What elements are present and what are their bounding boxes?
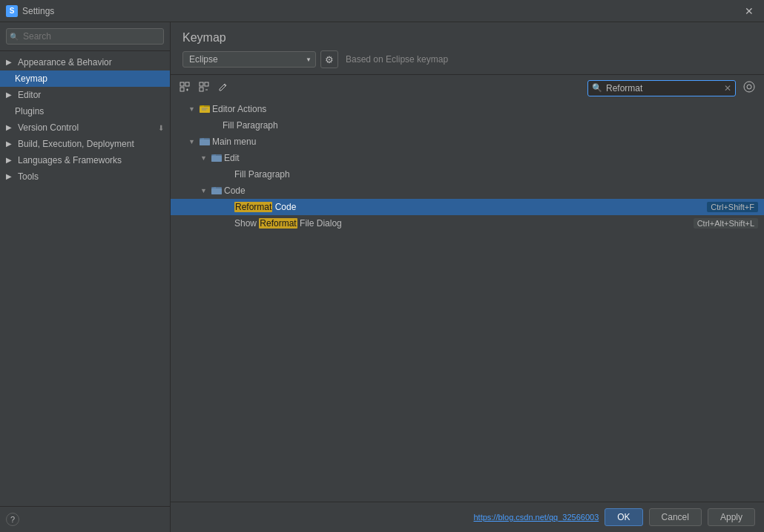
svg-rect-17 bbox=[200, 139, 210, 145]
sidebar-item-label: Version Control bbox=[18, 122, 79, 133]
sidebar-item-label: Keymap bbox=[15, 73, 47, 84]
svg-rect-21 bbox=[211, 188, 222, 194]
tree-row-code-group[interactable]: ▼ Code bbox=[171, 183, 764, 199]
content-area: Keymap Eclipse Default Emacs ⚙ Based on … bbox=[171, 22, 764, 532]
tree-arrow-icon: ▼ bbox=[200, 154, 211, 162]
arrow-icon: ▶ bbox=[6, 172, 15, 181]
tree-row-fill-paragraph-1[interactable]: Fill Paragraph bbox=[171, 117, 764, 134]
title-bar: S Settings ✕ bbox=[0, 0, 764, 22]
tree-row-show-reformat-dialog[interactable]: Show Reformat File Dialog Ctrl+Alt+Shift… bbox=[171, 215, 764, 231]
folder-icon bbox=[211, 185, 224, 197]
ok-button[interactable]: OK bbox=[605, 508, 642, 526]
based-on-text: Based on Eclipse keymap bbox=[346, 54, 448, 65]
expand-all-button[interactable] bbox=[177, 80, 193, 96]
close-button[interactable]: ✕ bbox=[740, 4, 758, 19]
tree-label: Reformat Code bbox=[234, 202, 701, 212]
svg-rect-7 bbox=[200, 88, 203, 91]
sidebar-item-editor[interactable]: ▶ Editor bbox=[0, 87, 170, 103]
sidebar-item-label: Plugins bbox=[15, 106, 44, 116]
sidebar-item-label: Appearance & Behavior bbox=[18, 57, 112, 68]
search-match-case-button[interactable] bbox=[740, 79, 758, 96]
tree-label: Show Reformat File Dialog bbox=[234, 218, 688, 229]
sidebar-search-input[interactable] bbox=[6, 28, 164, 45]
tree-row-edit-group[interactable]: ▼ Edit bbox=[171, 150, 764, 166]
sidebar-item-keymap[interactable]: Keymap bbox=[0, 70, 170, 87]
app-icon: S bbox=[6, 5, 18, 17]
dialog-footer: https://blog.csdn.net/qq_32566003 OK Can… bbox=[171, 502, 764, 532]
keymap-controls: Eclipse Default Emacs ⚙ Based on Eclipse… bbox=[182, 50, 752, 68]
svg-rect-1 bbox=[185, 82, 189, 86]
sidebar-item-label: Editor bbox=[18, 90, 41, 100]
edit-button[interactable] bbox=[215, 80, 231, 96]
tree-label: Fill Paragraph bbox=[223, 120, 758, 131]
sidebar-item-version-control[interactable]: ▶ Version Control ⬇ bbox=[0, 119, 170, 136]
help-button[interactable]: ? bbox=[6, 513, 19, 526]
folder-icon bbox=[211, 152, 224, 165]
search-wrap: 🔍 ✕ bbox=[587, 80, 736, 96]
vc-badge: ⬇ bbox=[158, 124, 164, 132]
sidebar-search-area bbox=[0, 22, 170, 51]
sidebar-search-wrap bbox=[6, 28, 164, 45]
keymap-toolbar: 🔍 ✕ bbox=[171, 75, 764, 101]
svg-rect-2 bbox=[180, 88, 184, 91]
edit-icon bbox=[218, 82, 228, 92]
tree-arrow-icon: ▼ bbox=[188, 105, 199, 113]
arrow-icon: ▶ bbox=[6, 139, 15, 148]
page-title: Keymap bbox=[182, 31, 752, 45]
sidebar-tree: ▶ Appearance & Behavior Keymap ▶ Editor … bbox=[0, 51, 170, 506]
search-clear-button[interactable]: ✕ bbox=[724, 83, 731, 93]
sidebar-item-appearance[interactable]: ▶ Appearance & Behavior bbox=[0, 54, 170, 70]
sidebar-bottom: ? bbox=[0, 506, 170, 532]
content-header: Keymap Eclipse Default Emacs ⚙ Based on … bbox=[171, 22, 764, 75]
tree-row-main-menu[interactable]: ▼ Main menu bbox=[171, 134, 764, 150]
tree-label: Fill Paragraph bbox=[234, 169, 758, 180]
svg-rect-19 bbox=[211, 156, 222, 162]
url-link[interactable]: https://blog.csdn.net/qq_32566003 bbox=[473, 513, 599, 522]
sidebar-item-tools[interactable]: ▶ Tools bbox=[0, 168, 170, 185]
shortcut-badge: Ctrl+Shift+F bbox=[707, 202, 758, 212]
tree-arrow-icon: ▼ bbox=[188, 138, 199, 145]
expand-all-icon bbox=[180, 82, 190, 92]
svg-point-10 bbox=[744, 82, 754, 92]
search-highlight: Reformat bbox=[259, 218, 297, 229]
tree-label: Main menu bbox=[212, 137, 758, 147]
search-highlight: Reformat bbox=[234, 202, 272, 212]
tree-label: Edit bbox=[224, 153, 758, 163]
keymap-search-input[interactable] bbox=[587, 80, 736, 96]
tree-label: Editor Actions bbox=[212, 104, 758, 114]
tree-row-editor-actions[interactable]: ▼ Editor Actions bbox=[171, 101, 764, 117]
shortcut-badge: Ctrl+Alt+Shift+L bbox=[694, 218, 758, 229]
svg-rect-5 bbox=[200, 82, 203, 86]
keymap-select-wrap: Eclipse Default Emacs bbox=[182, 51, 316, 68]
collapse-all-icon bbox=[199, 82, 209, 92]
svg-rect-6 bbox=[205, 82, 208, 86]
arrow-icon: ▶ bbox=[6, 156, 15, 165]
sidebar: ▶ Appearance & Behavior Keymap ▶ Editor … bbox=[0, 22, 171, 532]
tree-row-reformat-code[interactable]: Reformat Code Ctrl+Shift+F bbox=[171, 199, 764, 215]
sidebar-item-label: Build, Execution, Deployment bbox=[18, 139, 134, 149]
keymap-tree: ▼ Editor Actions Fill bbox=[171, 101, 764, 502]
svg-rect-0 bbox=[180, 82, 184, 86]
main-layout: ▶ Appearance & Behavior Keymap ▶ Editor … bbox=[0, 22, 764, 532]
collapse-all-button[interactable] bbox=[196, 80, 212, 96]
sidebar-item-label: Languages & Frameworks bbox=[18, 155, 122, 165]
sidebar-item-build[interactable]: ▶ Build, Execution, Deployment bbox=[0, 136, 170, 152]
tree-label: Code bbox=[224, 185, 758, 196]
arrow-icon: ▶ bbox=[6, 58, 15, 67]
sidebar-item-plugins[interactable]: Plugins bbox=[0, 103, 170, 119]
folder-icon bbox=[199, 103, 212, 116]
folder-icon bbox=[199, 136, 212, 148]
tree-arrow-icon: ▼ bbox=[200, 187, 211, 194]
arrow-icon: ▶ bbox=[6, 123, 15, 132]
apply-button[interactable]: Apply bbox=[708, 508, 755, 526]
sidebar-item-label: Tools bbox=[18, 171, 39, 182]
gear-button[interactable]: ⚙ bbox=[320, 50, 338, 68]
sidebar-item-languages[interactable]: ▶ Languages & Frameworks bbox=[0, 152, 170, 168]
keymap-select[interactable]: Eclipse Default Emacs bbox=[182, 51, 316, 68]
tree-row-fill-paragraph-2[interactable]: Fill Paragraph bbox=[171, 166, 764, 183]
arrow-icon: ▶ bbox=[6, 91, 15, 99]
window-title: Settings bbox=[22, 6, 740, 16]
svg-point-11 bbox=[747, 85, 751, 89]
match-icon bbox=[743, 81, 755, 93]
cancel-button[interactable]: Cancel bbox=[649, 508, 702, 526]
